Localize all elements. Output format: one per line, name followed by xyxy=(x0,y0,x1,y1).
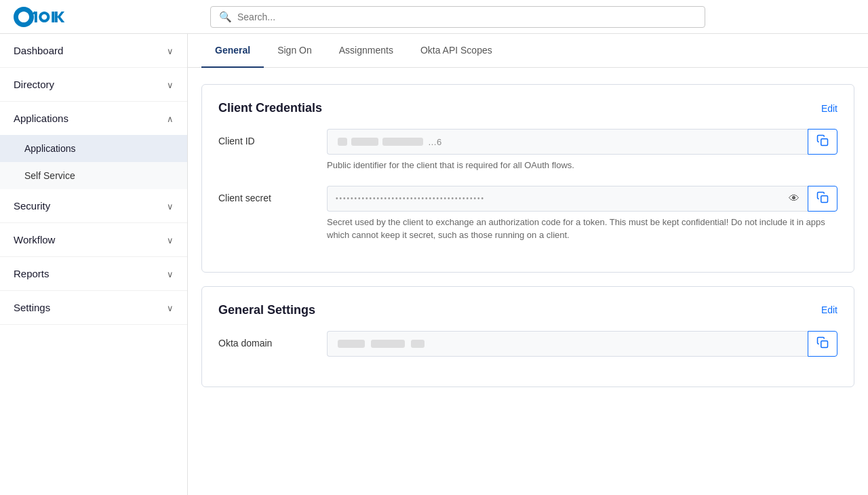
tabs: General Sign On Assignments Okta API Sco… xyxy=(188,34,868,68)
copy-okta-domain-button[interactable] xyxy=(808,331,837,357)
logo: okta xyxy=(14,7,197,27)
svg-rect-3 xyxy=(821,341,828,348)
okta-domain-field xyxy=(327,331,808,357)
client-id-input-group: …6 xyxy=(327,129,837,155)
svg-rect-1 xyxy=(821,138,828,145)
tab-okta-api-scopes[interactable]: Okta API Scopes xyxy=(407,34,506,68)
copy-icon xyxy=(816,134,829,150)
topbar: okta 🔍 xyxy=(0,0,868,34)
blur-block xyxy=(338,138,347,146)
client-id-description: Public identifier for the client that is… xyxy=(327,159,837,172)
client-id-row: Client ID …6 xyxy=(218,129,837,172)
main-layout: Dashboard Directory Applications Applica… xyxy=(0,34,868,495)
okta-domain-input-group xyxy=(327,331,837,357)
sidebar-item-directory[interactable]: Directory xyxy=(0,68,187,102)
client-secret-input-group: ••••••••••••••••••••••••••••••••••••••••… xyxy=(327,186,837,212)
search-icon: 🔍 xyxy=(219,11,232,23)
edit-general-settings-button[interactable]: Edit xyxy=(821,304,837,315)
search-input[interactable] xyxy=(237,12,696,22)
client-secret-value-block: ••••••••••••••••••••••••••••••••••••••••… xyxy=(327,186,837,242)
sidebar-item-applications[interactable]: Applications xyxy=(0,102,187,135)
general-settings-card: General Settings Edit Okta domain xyxy=(201,286,854,387)
sidebar-item-settings[interactable]: Settings xyxy=(0,291,187,325)
card-title-general-settings: General Settings xyxy=(218,303,315,317)
sidebar-item-reports[interactable]: Reports xyxy=(0,257,187,291)
tab-general[interactable]: General xyxy=(201,34,264,68)
okta-domain-row: Okta domain xyxy=(218,331,837,357)
edit-credentials-button[interactable]: Edit xyxy=(821,103,837,114)
copy-client-id-button[interactable] xyxy=(808,129,837,155)
blur-block xyxy=(371,340,405,348)
client-credentials-card: Client Credentials Edit Client ID …6 xyxy=(201,84,854,273)
okta-logo: okta xyxy=(14,7,75,27)
blur-block xyxy=(382,138,423,146)
chevron-down-icon xyxy=(167,200,174,212)
copy-icon xyxy=(816,191,829,205)
sidebar: Dashboard Directory Applications Applica… xyxy=(0,34,188,495)
chevron-up-icon xyxy=(167,113,174,124)
chevron-down-icon xyxy=(167,45,174,56)
okta-domain-value-block xyxy=(327,331,837,357)
tab-sign-on[interactable]: Sign On xyxy=(264,34,326,68)
client-secret-label: Client secret xyxy=(218,186,313,203)
card-header-general-settings: General Settings Edit xyxy=(218,303,837,317)
card-header-credentials: Client Credentials Edit xyxy=(218,101,837,115)
sidebar-item-workflow[interactable]: Workflow xyxy=(0,223,187,257)
blur-block xyxy=(411,340,425,348)
sidebar-item-dashboard[interactable]: Dashboard xyxy=(0,34,187,68)
copy-icon xyxy=(816,336,829,351)
okta-domain-label: Okta domain xyxy=(218,331,313,349)
search-bar[interactable]: 🔍 xyxy=(210,6,705,28)
client-secret-field: ••••••••••••••••••••••••••••••••••••••••… xyxy=(327,186,808,212)
client-id-label: Client ID xyxy=(218,129,313,146)
sidebar-sub-item-self-service[interactable]: Self Service xyxy=(0,162,187,189)
svg-rect-2 xyxy=(821,196,828,203)
tab-assignments[interactable]: Assignments xyxy=(326,34,407,68)
sidebar-sub-item-applications[interactable]: Applications xyxy=(0,135,187,162)
client-secret-description: Secret used by the client to exchange an… xyxy=(327,216,837,242)
content-body: Client Credentials Edit Client ID …6 xyxy=(188,68,868,403)
client-id-value-block: …6 Public identi xyxy=(327,129,837,172)
chevron-down-icon xyxy=(167,79,174,90)
chevron-down-icon xyxy=(167,268,174,279)
sidebar-item-security[interactable]: Security xyxy=(0,189,187,223)
client-secret-row: Client secret ••••••••••••••••••••••••••… xyxy=(218,186,837,242)
blur-block xyxy=(338,340,365,348)
copy-client-secret-button[interactable] xyxy=(808,186,837,212)
blur-block xyxy=(351,138,378,146)
card-title-credentials: Client Credentials xyxy=(218,101,322,115)
eye-icon[interactable]: 👁 xyxy=(783,193,805,205)
client-id-field: …6 xyxy=(327,129,808,155)
content-area: General Sign On Assignments Okta API Sco… xyxy=(188,34,868,495)
chevron-down-icon xyxy=(167,234,174,245)
masked-dots: •••••••••••••••••••••••••••••••••••••••• xyxy=(336,195,783,202)
chevron-down-icon xyxy=(167,302,174,313)
